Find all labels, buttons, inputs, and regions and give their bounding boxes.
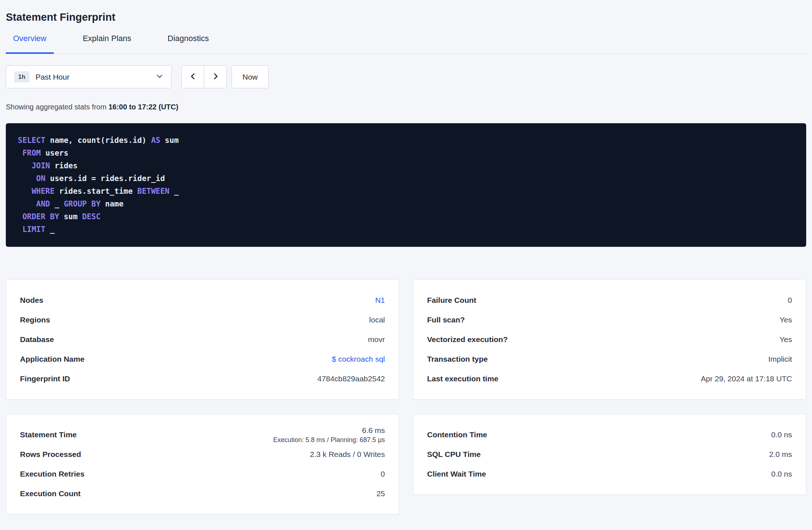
- row-subvalue: Execution: 5.8 ms / Planning: 687.5 µs: [273, 436, 385, 444]
- sql-text: [18, 187, 32, 196]
- row-value-wrap: 0: [788, 296, 792, 305]
- card-row: Rows Processed2.3 k Reads / 0 Writes: [20, 445, 385, 464]
- aggregated-stats-summary: Showing aggregated stats from 16:00 to 1…: [6, 102, 806, 112]
- row-value-wrap: N1: [375, 296, 385, 305]
- sql-keyword: AND: [36, 200, 50, 208]
- row-value: 2.0 ms: [769, 450, 792, 459]
- tab-bar: Overview Explain Plans Diagnostics: [6, 33, 806, 54]
- sql-text: [18, 149, 23, 157]
- card-row: Failure Count0: [427, 290, 792, 310]
- card-row: Contention Time0.0 ns: [427, 425, 792, 445]
- time-picker-row: 1h Past Hour Now: [6, 65, 806, 88]
- row-value: 0: [788, 296, 792, 305]
- row-value-wrap: 6.6 msExecution: 5.8 ms / Planning: 687.…: [273, 426, 385, 444]
- sql-text: [18, 200, 36, 208]
- sql-text: sum: [59, 212, 82, 221]
- row-value: 0.0 ns: [771, 470, 792, 478]
- statement-details-card: NodesN1RegionslocalDatabasemovrApplicati…: [6, 280, 399, 399]
- sql-keyword: SELECT: [18, 136, 45, 145]
- card-row: NodesN1: [20, 290, 385, 310]
- time-arrow-group: [181, 65, 227, 88]
- row-label: Database: [20, 335, 54, 344]
- tab-overview[interactable]: Overview: [6, 33, 54, 54]
- row-label: Contention Time: [427, 430, 487, 439]
- next-interval-button[interactable]: [204, 65, 227, 88]
- sql-line: FROM users: [18, 147, 794, 160]
- row-value: 2.3 k Reads / 0 Writes: [310, 450, 385, 459]
- sql-line: AND _ GROUP BY name: [18, 198, 794, 210]
- row-label: Regions: [20, 316, 50, 324]
- sql-keyword: ORDER BY: [23, 212, 59, 221]
- time-interval-badge: 1h: [14, 71, 29, 83]
- stats-time-range: 16:00 to 17:22 (UTC): [108, 103, 178, 111]
- sql-text: sum: [160, 136, 179, 145]
- row-value: 6.6 ms: [273, 426, 385, 435]
- row-label: Fingerprint ID: [20, 374, 70, 383]
- sql-keyword: BETWEEN: [137, 187, 170, 196]
- row-value: Yes: [780, 316, 792, 324]
- row-label: Application Name: [20, 355, 84, 364]
- chevron-right-icon: [212, 72, 220, 82]
- row-value: 4784cb829aab2542: [317, 374, 385, 383]
- row-label: Statement Time: [20, 430, 77, 439]
- previous-interval-button[interactable]: [181, 65, 204, 88]
- sql-text: [18, 174, 36, 183]
- card-row: Transaction typeImplicit: [427, 349, 792, 369]
- page-title: Statement Fingerprint: [6, 10, 806, 24]
- card-row: Last execution timeApr 29, 2024 at 17:18…: [427, 369, 792, 389]
- statement-times-card: Statement Time6.6 msExecution: 5.8 ms / …: [6, 414, 399, 514]
- sql-text: rides: [50, 161, 78, 170]
- sql-text: [18, 225, 23, 234]
- row-value-wrap: 4784cb829aab2542: [317, 374, 385, 383]
- sql-keyword: WHERE: [32, 187, 55, 196]
- row-value-wrap: Implicit: [768, 355, 792, 364]
- stats-prefix: Showing aggregated stats from: [6, 103, 106, 111]
- row-value-link[interactable]: N1: [375, 296, 385, 304]
- chevron-down-icon: [156, 73, 163, 81]
- row-value-wrap: 2.3 k Reads / 0 Writes: [310, 450, 385, 459]
- card-row: SQL CPU Time2.0 ms: [427, 445, 792, 464]
- sql-keyword: ON: [36, 174, 45, 183]
- row-value: 25: [377, 489, 385, 498]
- row-label: Failure Count: [427, 296, 476, 305]
- row-value: 0.0 ns: [771, 430, 792, 439]
- sql-text: users: [41, 149, 68, 157]
- row-value: local: [369, 316, 385, 324]
- row-value-wrap: 2.0 ms: [769, 450, 792, 459]
- now-button[interactable]: Now: [232, 65, 269, 88]
- sql-line: JOIN rides: [18, 160, 794, 172]
- row-label: Execution Count: [20, 489, 81, 498]
- row-value-wrap: Yes: [780, 335, 792, 344]
- sql-text: users.id = rides.rider_id: [45, 174, 165, 183]
- card-row: Vectorized execution?Yes: [427, 330, 792, 349]
- row-value-wrap: 25: [377, 489, 385, 498]
- sql-text: _: [50, 200, 64, 208]
- sql-text: name: [101, 200, 124, 208]
- sql-line: SELECT name, count(rides.id) AS sum: [18, 134, 794, 147]
- time-interval-dropdown[interactable]: 1h Past Hour: [6, 65, 172, 88]
- row-label: Transaction type: [427, 355, 488, 364]
- card-row: Statement Time6.6 msExecution: 5.8 ms / …: [20, 425, 385, 445]
- page-container: Statement Fingerprint Overview Explain P…: [0, 0, 812, 514]
- sql-text: _: [169, 187, 178, 196]
- row-label: Client Wait Time: [427, 470, 486, 478]
- row-label: Nodes: [20, 296, 43, 305]
- time-interval-label: Past Hour: [36, 73, 156, 81]
- tab-explain-plans[interactable]: Explain Plans: [76, 33, 138, 54]
- sql-keyword: AS: [151, 136, 160, 145]
- card-row: Client Wait Time0.0 ns: [427, 464, 792, 484]
- chevron-left-icon: [189, 72, 197, 82]
- card-row: Application Name$ cockroach sql: [20, 349, 385, 369]
- sql-text: _: [45, 225, 55, 234]
- row-value: movr: [368, 335, 385, 344]
- row-value-link[interactable]: $ cockroach sql: [332, 355, 385, 363]
- row-value-wrap: local: [369, 316, 385, 324]
- row-value: Apr 29, 2024 at 17:18 UTC: [701, 374, 792, 383]
- sql-text: rides.start_time: [55, 187, 137, 196]
- sql-keyword: DESC: [82, 212, 101, 221]
- row-value-wrap: $ cockroach sql: [332, 355, 385, 364]
- card-row: Full scan?Yes: [427, 310, 792, 330]
- tab-diagnostics[interactable]: Diagnostics: [160, 33, 216, 54]
- execution-attributes-card: Failure Count0Full scan?YesVectorized ex…: [413, 280, 806, 399]
- row-value-wrap: 0.0 ns: [771, 470, 792, 478]
